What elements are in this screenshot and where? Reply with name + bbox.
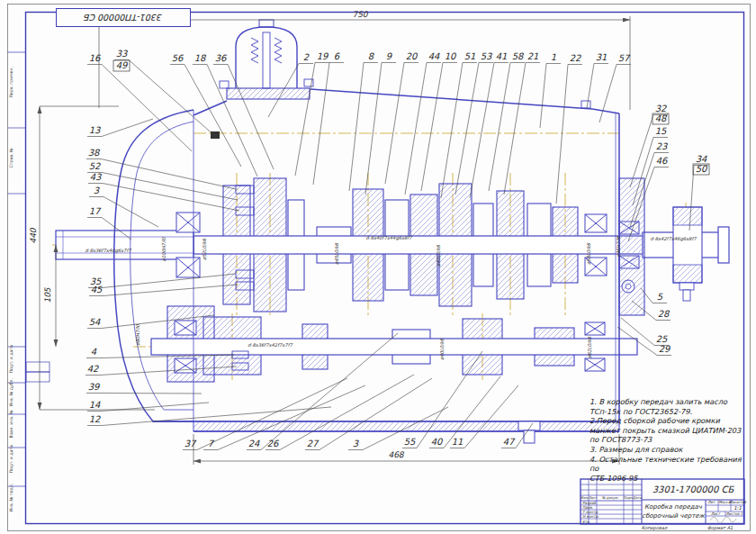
callout-5: 5 [657,292,663,302]
leader-line [556,65,568,204]
callout-6: 6 [334,51,341,61]
callout-53: 53 [481,51,492,61]
title-line2: сборочный чертеж [642,512,705,520]
tb-header-col: Дата [633,495,643,500]
callout-21: 21 [527,51,539,61]
callout-55: 55 [404,437,416,447]
leader-line [129,60,216,138]
leader-line [101,394,202,394]
callout-43: 43 [90,172,102,182]
callout-41: 41 [496,51,508,61]
sheet-label: Лист [711,511,721,516]
fit-label: ø40L0/k6 [439,338,445,360]
leader-line [385,63,404,185]
callout-26: 26 [267,439,280,448]
tb-header-col: Лист [589,495,598,500]
leader-line [313,63,329,186]
tb-header-col: № докум. [602,495,619,500]
leader-line [101,355,234,358]
scale-value: 1:1 [734,505,742,511]
tb-sign-row: Н.контр. [582,514,599,519]
leader-line [103,184,239,212]
fit-label: d-8x36f7x42f7x7f7 [248,342,292,348]
leader-line [207,65,257,177]
callout-34: 34 [696,154,707,164]
leader-line [641,288,652,303]
callout-19: 19 [317,51,329,61]
callout-28: 28 [658,309,670,319]
fit-label: ø46H7/l6 [616,236,621,258]
callout-2: 2 [303,52,310,62]
leader-line [628,167,654,242]
callout-44: 44 [428,51,440,61]
dimension-750: 750 [352,10,368,19]
leader-line [630,153,654,228]
callout-7: 7 [208,439,215,448]
callout-14: 14 [89,400,101,410]
leader-line [421,63,443,192]
leader-line [104,285,238,296]
callout-12: 12 [89,414,101,424]
fit-label: ø100H7/l0 [161,237,166,261]
callout-33: 33 [116,49,128,59]
dimension-105: 105 [43,286,52,303]
callout-24: 24 [248,439,260,448]
callout-9: 9 [386,51,393,61]
callout-58: 58 [512,51,525,61]
callout-31: 31 [596,52,608,62]
callout-3: 3 [353,439,359,448]
callout-16: 16 [89,53,102,63]
callout-39: 39 [88,382,101,392]
leader-line [104,197,158,228]
leader-line [349,63,364,192]
callout-50: 50 [696,164,708,174]
callout-57: 57 [618,53,631,63]
doc-number: 3301-1700000 СБ [652,484,735,494]
leader-line [268,64,299,118]
engineering-drawing-sheet: 3301-ТП00000 СБ 1. В коробку передач зал… [0,0,756,534]
callout-4: 4 [91,347,97,357]
fit-label: ø50L0/k6 [586,242,591,265]
callout-23: 23 [656,141,668,151]
leader-line [184,65,241,167]
fit-label: ø52L0/k6 [202,238,207,260]
callout-46: 46 [656,156,669,166]
leader-line [102,315,214,329]
leader-line [100,367,237,376]
callout-3: 3 [94,186,100,195]
callout-49: 49 [116,60,129,70]
leader-line [101,159,236,190]
callout-17: 17 [89,206,102,216]
callout-18: 18 [194,53,207,63]
callout-25: 25 [656,334,668,344]
leader-line [489,63,510,192]
format-note: Формат А1 [707,525,733,531]
copied-note: Копировал [642,525,668,531]
leader-line [102,65,192,152]
callout-15: 15 [655,126,667,136]
tb-header-col: Изм. [580,495,589,500]
leader-line [102,407,331,426]
callout-40: 40 [431,437,444,447]
leader-line [280,375,414,450]
callout-13: 13 [89,125,101,135]
dimension-468: 468 [388,450,404,459]
callout-29: 29 [659,344,671,354]
leader-line [102,173,238,201]
fit-label: ø62L0/k6 [587,336,592,358]
fit-label: d-8x40f7x44g6x8f7 [365,235,412,241]
fit-label: ø45L0/k6 [334,242,339,265]
callout-20: 20 [406,51,418,61]
callout-27: 27 [307,439,320,448]
leader-line [261,333,398,450]
annotation-overlay: 1633495618362196892044105153415821122315… [0,0,756,534]
leader-line [102,403,209,412]
leader-line [365,63,382,195]
tb-header-col: Подп. [623,495,634,500]
leader-line [599,65,616,123]
leader-line [470,63,494,199]
callout-22: 22 [570,53,581,63]
leader-line [441,63,463,199]
leader-line [417,351,482,448]
callout-37: 37 [184,439,197,448]
